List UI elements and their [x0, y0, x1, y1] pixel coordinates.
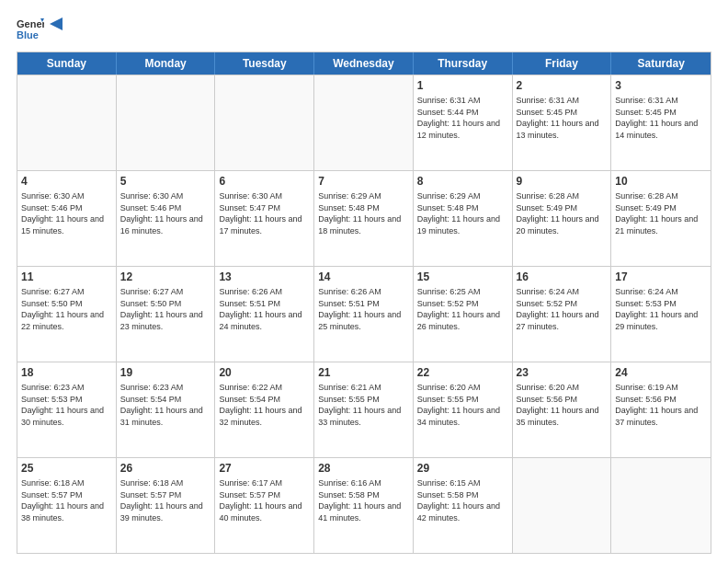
- calendar-day-14: 14Sunrise: 6:26 AM Sunset: 5:51 PM Dayli…: [314, 267, 414, 362]
- logo-arrow-icon: [46, 16, 63, 32]
- day-number: 18: [21, 365, 112, 380]
- day-number: 6: [219, 174, 310, 189]
- day-number: 7: [318, 174, 409, 189]
- logo: General Blue: [17, 15, 63, 42]
- day-header-thursday: Thursday: [414, 52, 513, 75]
- day-info: Sunrise: 6:24 AM Sunset: 5:52 PM Dayligh…: [517, 286, 608, 332]
- calendar-week-5: 25Sunrise: 6:18 AM Sunset: 5:57 PM Dayli…: [17, 457, 711, 553]
- day-number: 8: [417, 174, 508, 189]
- day-header-wednesday: Wednesday: [314, 52, 414, 75]
- day-header-sunday: Sunday: [17, 52, 117, 75]
- day-number: 3: [615, 78, 707, 93]
- calendar-day-26: 26Sunrise: 6:18 AM Sunset: 5:57 PM Dayli…: [117, 458, 216, 553]
- day-header-saturday: Saturday: [611, 52, 711, 75]
- day-header-tuesday: Tuesday: [215, 52, 314, 75]
- svg-text:Blue: Blue: [17, 29, 39, 40]
- calendar-day-24: 24Sunrise: 6:19 AM Sunset: 5:56 PM Dayli…: [611, 362, 711, 457]
- calendar-day-18: 18Sunrise: 6:23 AM Sunset: 5:53 PM Dayli…: [17, 362, 117, 457]
- day-info: Sunrise: 6:25 AM Sunset: 5:52 PM Dayligh…: [417, 286, 508, 332]
- day-info: Sunrise: 6:27 AM Sunset: 5:50 PM Dayligh…: [120, 286, 211, 332]
- day-number: 14: [318, 270, 409, 284]
- day-info: Sunrise: 6:30 AM Sunset: 5:46 PM Dayligh…: [120, 190, 211, 236]
- day-info: Sunrise: 6:15 AM Sunset: 5:58 PM Dayligh…: [417, 477, 508, 523]
- day-number: 21: [318, 365, 409, 380]
- calendar-day-11: 11Sunrise: 6:27 AM Sunset: 5:50 PM Dayli…: [17, 267, 117, 362]
- day-header-friday: Friday: [513, 52, 612, 75]
- svg-text:General: General: [17, 18, 44, 29]
- day-info: Sunrise: 6:26 AM Sunset: 5:51 PM Dayligh…: [318, 286, 409, 332]
- day-number: 12: [120, 270, 211, 284]
- day-info: Sunrise: 6:20 AM Sunset: 5:56 PM Dayligh…: [517, 382, 608, 428]
- day-number: 28: [318, 461, 409, 476]
- day-number: 4: [21, 174, 112, 189]
- calendar-week-4: 18Sunrise: 6:23 AM Sunset: 5:53 PM Dayli…: [17, 362, 711, 457]
- calendar-day-10: 10Sunrise: 6:28 AM Sunset: 5:49 PM Dayli…: [611, 171, 711, 266]
- day-info: Sunrise: 6:24 AM Sunset: 5:53 PM Dayligh…: [615, 286, 707, 332]
- day-info: Sunrise: 6:17 AM Sunset: 5:57 PM Dayligh…: [219, 477, 310, 523]
- day-info: Sunrise: 6:21 AM Sunset: 5:55 PM Dayligh…: [318, 382, 409, 428]
- day-number: 20: [219, 365, 310, 380]
- day-info: Sunrise: 6:18 AM Sunset: 5:57 PM Dayligh…: [120, 477, 211, 523]
- page: General Blue SundayMondayTuesdayWednesda…: [0, 0, 728, 563]
- calendar-day-6: 6Sunrise: 6:30 AM Sunset: 5:47 PM Daylig…: [215, 171, 314, 266]
- logo-icon: General Blue: [17, 15, 44, 42]
- day-info: Sunrise: 6:19 AM Sunset: 5:56 PM Dayligh…: [615, 382, 707, 428]
- day-info: Sunrise: 6:28 AM Sunset: 5:49 PM Dayligh…: [517, 190, 608, 236]
- calendar-body: 1Sunrise: 6:31 AM Sunset: 5:44 PM Daylig…: [17, 75, 711, 553]
- day-info: Sunrise: 6:30 AM Sunset: 5:46 PM Dayligh…: [21, 190, 112, 236]
- calendar-day-8: 8Sunrise: 6:29 AM Sunset: 5:48 PM Daylig…: [414, 171, 513, 266]
- calendar-day-12: 12Sunrise: 6:27 AM Sunset: 5:50 PM Dayli…: [117, 267, 216, 362]
- day-number: 24: [615, 365, 707, 380]
- day-info: Sunrise: 6:23 AM Sunset: 5:54 PM Dayligh…: [120, 382, 211, 428]
- calendar-day-1: 1Sunrise: 6:31 AM Sunset: 5:44 PM Daylig…: [414, 75, 513, 170]
- header: General Blue: [17, 15, 711, 42]
- calendar-day-21: 21Sunrise: 6:21 AM Sunset: 5:55 PM Dayli…: [314, 362, 414, 457]
- day-number: 26: [120, 461, 211, 476]
- day-number: 29: [417, 461, 508, 476]
- calendar-week-3: 11Sunrise: 6:27 AM Sunset: 5:50 PM Dayli…: [17, 266, 711, 362]
- day-info: Sunrise: 6:30 AM Sunset: 5:47 PM Dayligh…: [219, 190, 310, 236]
- day-number: 5: [120, 174, 211, 189]
- calendar-empty-cell: [215, 75, 314, 170]
- day-header-monday: Monday: [117, 52, 216, 75]
- svg-marker-3: [50, 17, 63, 30]
- day-info: Sunrise: 6:31 AM Sunset: 5:45 PM Dayligh…: [615, 95, 707, 141]
- day-number: 19: [120, 365, 211, 380]
- calendar-day-13: 13Sunrise: 6:26 AM Sunset: 5:51 PM Dayli…: [215, 267, 314, 362]
- day-number: 23: [517, 365, 608, 380]
- day-number: 15: [417, 270, 508, 284]
- day-number: 9: [517, 174, 608, 189]
- day-number: 11: [21, 270, 112, 284]
- calendar-day-19: 19Sunrise: 6:23 AM Sunset: 5:54 PM Dayli…: [117, 362, 216, 457]
- calendar-week-1: 1Sunrise: 6:31 AM Sunset: 5:44 PM Daylig…: [17, 75, 711, 170]
- calendar-week-2: 4Sunrise: 6:30 AM Sunset: 5:46 PM Daylig…: [17, 170, 711, 266]
- calendar-day-7: 7Sunrise: 6:29 AM Sunset: 5:48 PM Daylig…: [314, 171, 414, 266]
- day-info: Sunrise: 6:26 AM Sunset: 5:51 PM Dayligh…: [219, 286, 310, 332]
- day-info: Sunrise: 6:20 AM Sunset: 5:55 PM Dayligh…: [417, 382, 508, 428]
- day-info: Sunrise: 6:31 AM Sunset: 5:44 PM Dayligh…: [417, 95, 508, 141]
- day-number: 25: [21, 461, 112, 476]
- day-number: 13: [219, 270, 310, 284]
- calendar-day-23: 23Sunrise: 6:20 AM Sunset: 5:56 PM Dayli…: [513, 362, 612, 457]
- calendar-day-15: 15Sunrise: 6:25 AM Sunset: 5:52 PM Dayli…: [414, 267, 513, 362]
- day-info: Sunrise: 6:28 AM Sunset: 5:49 PM Dayligh…: [615, 190, 707, 236]
- calendar-empty-cell: [314, 75, 414, 170]
- calendar-day-16: 16Sunrise: 6:24 AM Sunset: 5:52 PM Dayli…: [513, 267, 612, 362]
- calendar: SundayMondayTuesdayWednesdayThursdayFrid…: [17, 52, 711, 554]
- calendar-empty-cell: [17, 75, 117, 170]
- day-info: Sunrise: 6:29 AM Sunset: 5:48 PM Dayligh…: [417, 190, 508, 236]
- day-number: 27: [219, 461, 310, 476]
- calendar-day-5: 5Sunrise: 6:30 AM Sunset: 5:46 PM Daylig…: [117, 171, 216, 266]
- calendar-header-row: SundayMondayTuesdayWednesdayThursdayFrid…: [17, 52, 711, 75]
- calendar-day-27: 27Sunrise: 6:17 AM Sunset: 5:57 PM Dayli…: [215, 458, 314, 553]
- calendar-day-9: 9Sunrise: 6:28 AM Sunset: 5:49 PM Daylig…: [513, 171, 612, 266]
- calendar-day-20: 20Sunrise: 6:22 AM Sunset: 5:54 PM Dayli…: [215, 362, 314, 457]
- day-info: Sunrise: 6:16 AM Sunset: 5:58 PM Dayligh…: [318, 477, 409, 523]
- calendar-day-25: 25Sunrise: 6:18 AM Sunset: 5:57 PM Dayli…: [17, 458, 117, 553]
- day-info: Sunrise: 6:31 AM Sunset: 5:45 PM Dayligh…: [517, 95, 608, 141]
- day-number: 10: [615, 174, 707, 189]
- calendar-day-3: 3Sunrise: 6:31 AM Sunset: 5:45 PM Daylig…: [611, 75, 711, 170]
- day-info: Sunrise: 6:22 AM Sunset: 5:54 PM Dayligh…: [219, 382, 310, 428]
- day-info: Sunrise: 6:29 AM Sunset: 5:48 PM Dayligh…: [318, 190, 409, 236]
- calendar-day-17: 17Sunrise: 6:24 AM Sunset: 5:53 PM Dayli…: [611, 267, 711, 362]
